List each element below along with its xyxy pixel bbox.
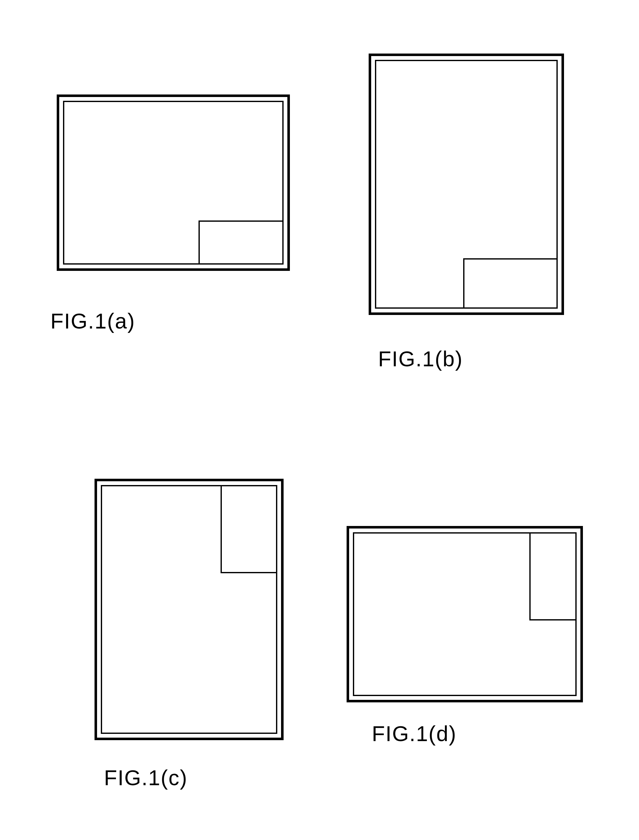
figure-a-outer-frame — [57, 95, 290, 271]
figure-a-inner-frame — [63, 101, 284, 265]
figure-b-inner-frame — [375, 60, 558, 309]
figure-c: FIG.1(c) — [95, 479, 284, 790]
figure-c-inner-frame — [101, 485, 277, 734]
figure-a-caption: FIG.1(a) — [51, 309, 290, 333]
figure-c-outer-frame — [95, 479, 284, 740]
figure-d-inner-frame — [353, 532, 577, 696]
figure-c-caption: FIG.1(c) — [104, 766, 284, 790]
figure-a: FIG.1(a) — [57, 95, 290, 333]
figure-c-inset-box — [221, 485, 277, 573]
figure-d: FIG.1(d) — [347, 526, 583, 746]
figure-b-outer-frame — [369, 54, 564, 315]
figure-a-inset-box — [199, 220, 284, 265]
figure-b: FIG.1(b) — [369, 54, 564, 371]
figure-b-inset-box — [463, 258, 558, 309]
figure-d-outer-frame — [347, 526, 583, 702]
figure-d-caption: FIG.1(d) — [372, 721, 583, 746]
figure-d-inset-box — [529, 532, 577, 620]
figure-b-caption: FIG.1(b) — [378, 347, 564, 371]
